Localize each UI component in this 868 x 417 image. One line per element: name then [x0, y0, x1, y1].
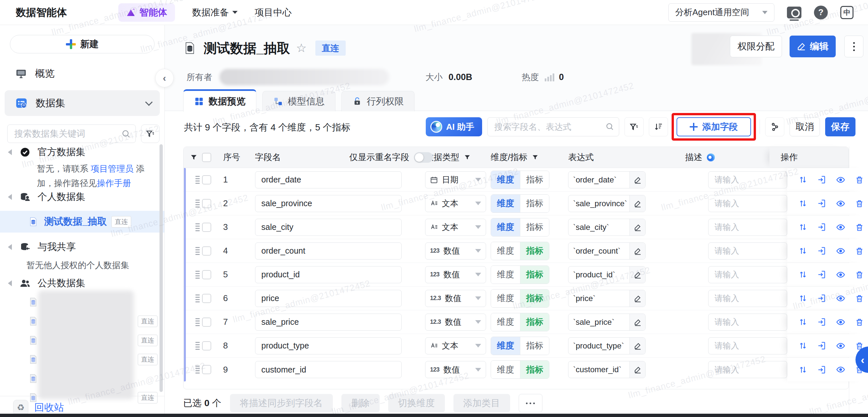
select-all-checkbox[interactable] [202, 153, 211, 162]
insert-field-button[interactable] [817, 294, 826, 303]
dimension-option[interactable]: 维度 [491, 266, 520, 284]
ai-assistant-button[interactable]: AI 助手 [426, 117, 482, 136]
insert-field-button[interactable] [817, 365, 826, 374]
drag-handle-icon[interactable] [195, 318, 200, 326]
metric-option[interactable]: 指标 [520, 218, 549, 236]
row-checkbox[interactable] [202, 199, 211, 208]
metric-option[interactable]: 指标 [520, 171, 549, 189]
sidebar-collapse-button[interactable]: ‹ [155, 69, 174, 87]
add-field-button[interactable]: 添加字段 [677, 117, 751, 136]
dataset-search-input[interactable] [7, 125, 136, 143]
type-select[interactable]: 123数值 [425, 361, 486, 378]
sidebar-scrollbar[interactable] [159, 144, 163, 392]
sidebar-item-overview[interactable]: 概览 [5, 64, 160, 83]
dimension-option[interactable]: 维度 [491, 218, 520, 236]
sync-description-button[interactable]: 将描述同步到字段名 [230, 394, 333, 412]
edit-expression-button[interactable] [629, 361, 645, 378]
workspace-select[interactable]: 分析Agent通用空间 [668, 3, 774, 22]
description-input[interactable]: 请输入 [708, 361, 787, 378]
drag-handle-icon[interactable] [195, 365, 200, 374]
move-field-button[interactable] [799, 270, 807, 279]
more-batch-actions-button[interactable] [519, 394, 542, 412]
move-field-button[interactable] [799, 318, 807, 326]
expression-value[interactable]: `sale_province` [568, 195, 629, 212]
move-field-button[interactable] [799, 223, 807, 231]
move-field-button[interactable] [799, 294, 807, 303]
row-checkbox[interactable] [202, 246, 211, 256]
drag-handle-icon[interactable] [195, 342, 200, 350]
description-input[interactable]: 请输入 [708, 171, 787, 188]
move-field-button[interactable] [799, 341, 807, 350]
move-field-button[interactable] [799, 365, 807, 374]
drag-handle-icon[interactable] [195, 247, 200, 255]
type-select[interactable]: 12.3数值 [425, 290, 486, 307]
filter-button[interactable] [624, 117, 644, 136]
edit-expression-button[interactable] [629, 338, 645, 354]
language-icon[interactable]: 中 [840, 6, 854, 19]
delete-field-button[interactable] [855, 318, 864, 326]
tab-data-preview[interactable]: 数据预览 [183, 89, 256, 112]
sidebar-item-selected-dataset[interactable]: 测试数据_抽取 直连 [0, 211, 164, 232]
nav-item-agent[interactable]: 智能体 [118, 3, 175, 22]
description-input[interactable]: 请输入 [708, 195, 787, 212]
project-admin-link[interactable]: 项目管理员 [91, 164, 133, 173]
move-field-button[interactable] [799, 246, 807, 255]
expression-value[interactable]: `product_id` [568, 266, 629, 283]
description-input[interactable]: 请输入 [708, 337, 787, 354]
field-name-input[interactable]: sale_city [255, 219, 402, 236]
type-select[interactable]: 123数值 [425, 243, 486, 260]
preview-field-button[interactable] [836, 175, 845, 185]
manual-link[interactable]: 操作手册 [97, 178, 131, 188]
dimension-option[interactable]: 维度 [491, 290, 520, 307]
save-button[interactable]: 保存 [825, 117, 856, 136]
type-select[interactable]: 文本 [425, 195, 486, 212]
description-input[interactable]: 请输入 [708, 243, 787, 260]
dimension-option[interactable]: 维度 [491, 361, 520, 379]
row-checkbox[interactable] [202, 223, 211, 232]
sidebar-group-personal[interactable]: 个人数据集 [0, 190, 164, 204]
dimension-option[interactable]: 维度 [491, 195, 520, 213]
edit-expression-button[interactable] [629, 171, 645, 188]
type-select[interactable]: 123数值 [425, 266, 486, 283]
insert-field-button[interactable] [817, 175, 826, 184]
metric-option[interactable]: 指标 [520, 313, 549, 331]
filter-funnel-icon[interactable] [464, 154, 471, 161]
dimension-option[interactable]: 维度 [491, 313, 520, 331]
delete-field-button[interactable] [855, 199, 864, 208]
row-checkbox[interactable] [202, 270, 211, 279]
collapse-arrow-icon[interactable] [8, 280, 12, 286]
permission-button[interactable]: 权限分配 [730, 36, 782, 57]
duplicate-filter-toggle[interactable] [414, 152, 433, 163]
sort-button[interactable] [649, 117, 668, 136]
metric-option[interactable]: 指标 [520, 290, 549, 307]
edit-expression-button[interactable] [629, 266, 645, 283]
preview-field-button[interactable] [836, 270, 845, 279]
delete-field-button[interactable] [855, 247, 864, 255]
description-input[interactable]: 请输入 [708, 290, 787, 307]
edit-expression-button[interactable] [629, 195, 645, 212]
new-dataset-button[interactable]: 新建 [10, 35, 155, 53]
field-name-input[interactable]: product_type [255, 337, 402, 354]
description-input[interactable]: 请输入 [708, 314, 787, 331]
field-name-input[interactable]: product_id [255, 266, 402, 283]
delete-field-button[interactable] [855, 223, 864, 231]
field-name-input[interactable]: order_date [255, 171, 402, 188]
sidebar-item-datasets[interactable]: 数据集 [5, 90, 160, 116]
expression-value[interactable]: `order_date` [568, 171, 629, 188]
sidebar-group-official[interactable]: 官方数据集 [0, 145, 164, 159]
preview-field-button[interactable] [836, 341, 845, 350]
preview-field-button[interactable] [836, 199, 845, 208]
field-name-input[interactable]: price [255, 290, 402, 307]
expression-value[interactable]: `order_count` [568, 243, 629, 259]
filter-funnel-icon[interactable] [532, 154, 538, 161]
insert-field-button[interactable] [817, 341, 826, 350]
field-name-input[interactable]: sale_price [255, 314, 402, 331]
metric-option[interactable]: 指标 [520, 361, 549, 379]
insert-field-button[interactable] [817, 223, 826, 231]
row-checkbox[interactable] [202, 294, 211, 303]
nav-item-data-prep[interactable]: 数据准备 [192, 6, 238, 19]
ai-description-icon[interactable] [707, 154, 715, 161]
metric-option[interactable]: 指标 [520, 195, 549, 213]
expression-value[interactable]: `sale_price` [568, 314, 629, 330]
add-category-button[interactable]: 添加类目 [454, 394, 510, 412]
